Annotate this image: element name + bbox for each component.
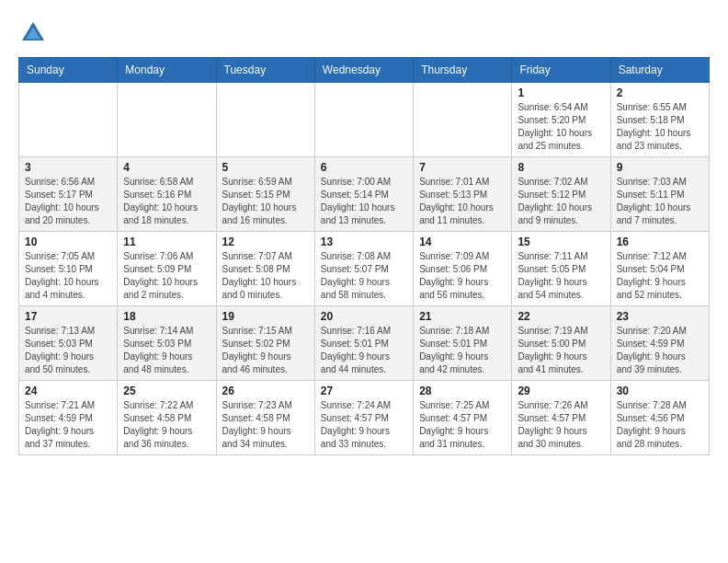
calendar-day-18: 18Sunrise: 7:14 AM Sunset: 5:03 PM Dayli… — [118, 306, 216, 381]
day-info: Sunrise: 7:24 AM Sunset: 4:57 PM Dayligh… — [321, 399, 407, 451]
day-number: 6 — [321, 161, 407, 174]
day-info: Sunrise: 6:55 AM Sunset: 5:18 PM Dayligh… — [617, 101, 703, 153]
calendar-day-empty — [118, 83, 216, 157]
calendar-header-monday: Monday — [118, 58, 216, 83]
calendar-day-2: 2Sunrise: 6:55 AM Sunset: 5:18 PM Daylig… — [610, 83, 709, 157]
day-number: 10 — [25, 236, 111, 248]
calendar-day-empty — [314, 83, 413, 157]
day-info: Sunrise: 7:03 AM Sunset: 5:11 PM Dayligh… — [617, 176, 703, 227]
calendar-day-3: 3Sunrise: 6:56 AM Sunset: 5:17 PM Daylig… — [19, 157, 118, 232]
day-info: Sunrise: 7:19 AM Sunset: 5:00 PM Dayligh… — [518, 325, 604, 376]
page-header — [18, 18, 710, 48]
calendar-day-12: 12Sunrise: 7:07 AM Sunset: 5:08 PM Dayli… — [216, 232, 314, 306]
day-number: 26 — [222, 385, 309, 397]
calendar-day-24: 24Sunrise: 7:21 AM Sunset: 4:59 PM Dayli… — [19, 381, 118, 455]
day-info: Sunrise: 7:28 AM Sunset: 4:56 PM Dayligh… — [617, 399, 703, 451]
day-number: 4 — [123, 161, 210, 174]
day-number: 28 — [419, 385, 506, 397]
calendar-week-2: 3Sunrise: 6:56 AM Sunset: 5:17 PM Daylig… — [19, 157, 710, 232]
day-info: Sunrise: 7:16 AM Sunset: 5:01 PM Dayligh… — [321, 325, 407, 376]
day-number: 8 — [518, 161, 604, 174]
calendar-header-wednesday: Wednesday — [314, 58, 413, 83]
calendar-header-saturday: Saturday — [610, 58, 709, 83]
day-number: 11 — [123, 236, 210, 248]
day-info: Sunrise: 6:56 AM Sunset: 5:17 PM Dayligh… — [25, 176, 111, 227]
day-info: Sunrise: 7:20 AM Sunset: 4:59 PM Dayligh… — [617, 325, 703, 376]
calendar-day-1: 1Sunrise: 6:54 AM Sunset: 5:20 PM Daylig… — [512, 83, 610, 157]
calendar-day-25: 25Sunrise: 7:22 AM Sunset: 4:58 PM Dayli… — [118, 381, 216, 455]
calendar-week-3: 10Sunrise: 7:05 AM Sunset: 5:10 PM Dayli… — [19, 232, 710, 306]
logo-icon — [18, 18, 48, 48]
calendar-header-friday: Friday — [512, 58, 610, 83]
day-number: 5 — [222, 161, 309, 174]
day-info: Sunrise: 7:08 AM Sunset: 5:07 PM Dayligh… — [321, 250, 407, 302]
day-info: Sunrise: 7:11 AM Sunset: 5:05 PM Dayligh… — [518, 250, 604, 302]
calendar-day-17: 17Sunrise: 7:13 AM Sunset: 5:03 PM Dayli… — [19, 306, 118, 381]
day-number: 24 — [25, 385, 111, 397]
calendar-day-9: 9Sunrise: 7:03 AM Sunset: 5:11 PM Daylig… — [610, 157, 709, 232]
calendar-day-4: 4Sunrise: 6:58 AM Sunset: 5:16 PM Daylig… — [118, 157, 216, 232]
day-info: Sunrise: 6:58 AM Sunset: 5:16 PM Dayligh… — [123, 176, 210, 227]
calendar-day-16: 16Sunrise: 7:12 AM Sunset: 5:04 PM Dayli… — [610, 232, 709, 306]
calendar-header-tuesday: Tuesday — [216, 58, 314, 83]
day-info: Sunrise: 7:25 AM Sunset: 4:57 PM Dayligh… — [419, 399, 506, 451]
calendar-day-29: 29Sunrise: 7:26 AM Sunset: 4:57 PM Dayli… — [512, 381, 610, 455]
day-info: Sunrise: 7:09 AM Sunset: 5:06 PM Dayligh… — [419, 250, 506, 302]
calendar-day-20: 20Sunrise: 7:16 AM Sunset: 5:01 PM Dayli… — [314, 306, 413, 381]
calendar-day-27: 27Sunrise: 7:24 AM Sunset: 4:57 PM Dayli… — [314, 381, 413, 455]
calendar-day-30: 30Sunrise: 7:28 AM Sunset: 4:56 PM Dayli… — [610, 381, 709, 455]
calendar-header-sunday: Sunday — [19, 58, 118, 83]
day-info: Sunrise: 7:00 AM Sunset: 5:14 PM Dayligh… — [321, 176, 407, 227]
calendar-week-5: 24Sunrise: 7:21 AM Sunset: 4:59 PM Dayli… — [19, 381, 710, 455]
day-number: 25 — [123, 385, 210, 397]
calendar-day-21: 21Sunrise: 7:18 AM Sunset: 5:01 PM Dayli… — [414, 306, 512, 381]
day-number: 22 — [518, 310, 604, 323]
calendar-day-28: 28Sunrise: 7:25 AM Sunset: 4:57 PM Dayli… — [414, 381, 512, 455]
day-number: 19 — [222, 310, 309, 323]
day-info: Sunrise: 7:05 AM Sunset: 5:10 PM Dayligh… — [25, 250, 111, 302]
day-number: 14 — [419, 236, 506, 248]
calendar-day-26: 26Sunrise: 7:23 AM Sunset: 4:58 PM Dayli… — [216, 381, 314, 455]
calendar-week-1: 1Sunrise: 6:54 AM Sunset: 5:20 PM Daylig… — [19, 83, 710, 157]
day-number: 17 — [25, 310, 111, 323]
day-number: 9 — [617, 161, 703, 174]
calendar-day-empty — [19, 83, 118, 157]
day-info: Sunrise: 7:14 AM Sunset: 5:03 PM Dayligh… — [123, 325, 210, 376]
calendar-day-13: 13Sunrise: 7:08 AM Sunset: 5:07 PM Dayli… — [314, 232, 413, 306]
day-info: Sunrise: 7:23 AM Sunset: 4:58 PM Dayligh… — [222, 399, 309, 451]
calendar-day-empty — [216, 83, 314, 157]
day-info: Sunrise: 7:01 AM Sunset: 5:13 PM Dayligh… — [419, 176, 506, 227]
calendar-header-thursday: Thursday — [414, 58, 512, 83]
day-info: Sunrise: 6:54 AM Sunset: 5:20 PM Dayligh… — [518, 101, 604, 153]
calendar-day-5: 5Sunrise: 6:59 AM Sunset: 5:15 PM Daylig… — [216, 157, 314, 232]
day-number: 2 — [617, 86, 703, 99]
day-info: Sunrise: 7:15 AM Sunset: 5:02 PM Dayligh… — [222, 325, 309, 376]
day-info: Sunrise: 7:06 AM Sunset: 5:09 PM Dayligh… — [123, 250, 210, 302]
day-info: Sunrise: 7:18 AM Sunset: 5:01 PM Dayligh… — [419, 325, 506, 376]
day-info: Sunrise: 6:59 AM Sunset: 5:15 PM Dayligh… — [222, 176, 309, 227]
calendar-day-14: 14Sunrise: 7:09 AM Sunset: 5:06 PM Dayli… — [414, 232, 512, 306]
day-number: 16 — [617, 236, 703, 248]
day-number: 7 — [419, 161, 506, 174]
calendar-week-4: 17Sunrise: 7:13 AM Sunset: 5:03 PM Dayli… — [19, 306, 710, 381]
calendar-header-row: SundayMondayTuesdayWednesdayThursdayFrid… — [19, 58, 710, 83]
day-info: Sunrise: 7:07 AM Sunset: 5:08 PM Dayligh… — [222, 250, 309, 302]
day-info: Sunrise: 7:21 AM Sunset: 4:59 PM Dayligh… — [25, 399, 111, 451]
day-number: 27 — [321, 385, 407, 397]
day-number: 30 — [617, 385, 703, 397]
calendar-day-8: 8Sunrise: 7:02 AM Sunset: 5:12 PM Daylig… — [512, 157, 610, 232]
day-info: Sunrise: 7:12 AM Sunset: 5:04 PM Dayligh… — [617, 250, 703, 302]
day-info: Sunrise: 7:22 AM Sunset: 4:58 PM Dayligh… — [123, 399, 210, 451]
day-number: 21 — [419, 310, 506, 323]
calendar-day-11: 11Sunrise: 7:06 AM Sunset: 5:09 PM Dayli… — [118, 232, 216, 306]
day-number: 3 — [25, 161, 111, 174]
logo — [18, 18, 51, 48]
calendar-day-7: 7Sunrise: 7:01 AM Sunset: 5:13 PM Daylig… — [414, 157, 512, 232]
day-number: 1 — [518, 86, 604, 99]
day-info: Sunrise: 7:02 AM Sunset: 5:12 PM Dayligh… — [518, 176, 604, 227]
calendar-day-empty — [414, 83, 512, 157]
calendar-day-6: 6Sunrise: 7:00 AM Sunset: 5:14 PM Daylig… — [314, 157, 413, 232]
day-number: 15 — [518, 236, 604, 248]
day-number: 23 — [617, 310, 703, 323]
calendar-day-10: 10Sunrise: 7:05 AM Sunset: 5:10 PM Dayli… — [19, 232, 118, 306]
